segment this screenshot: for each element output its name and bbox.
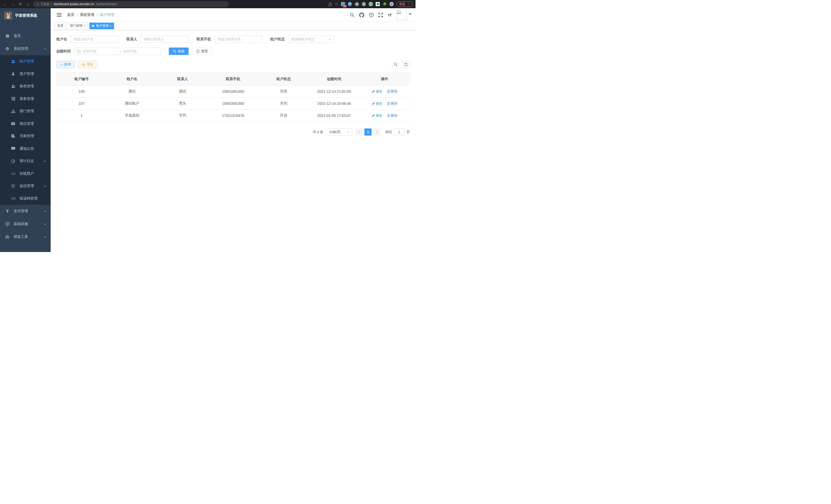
avatar-dropdown-caret-icon[interactable] (409, 13, 411, 15)
sidebar-item-tenant[interactable]: 租户管理 (0, 55, 51, 68)
browser-reload-icon[interactable]: ⟳ (18, 2, 23, 6)
date-end-placeholder[interactable]: 结束日期 (123, 49, 157, 54)
refresh-table-button[interactable] (402, 61, 410, 68)
sidebar-item-error-code[interactable]: 错误码管理 (0, 192, 51, 205)
app-title: 芋道管理系统 (15, 13, 37, 18)
extension-tabs-icon[interactable]: 10 (341, 2, 345, 6)
sidebar-item-home[interactable]: 首页 (0, 30, 51, 42)
sidebar-collapse-icon[interactable] (55, 13, 63, 17)
tenant-name-input[interactable] (74, 37, 115, 41)
breadcrumb-system[interactable]: 系统管理 (80, 12, 94, 17)
sidebar-item-label: 部门管理 (20, 109, 34, 114)
header-search-icon[interactable] (350, 13, 354, 17)
sidebar-item-label: 租户管理 (20, 59, 34, 64)
app-logo-row[interactable]: 🐰 芋道管理系统 (0, 8, 51, 23)
address-bar[interactable]: ⚠ 不安全 | dashboard.yudao.iocoder.cn/syste… (33, 1, 229, 7)
add-button[interactable]: + 新增 (56, 61, 75, 68)
extension-y-icon[interactable]: Y (369, 2, 373, 6)
sidebar-item-sms[interactable]: 短信管理 (0, 180, 51, 192)
toggle-search-button[interactable] (392, 61, 400, 68)
bookmark-star-icon[interactable]: ☆ (335, 2, 338, 6)
reset-button[interactable]: 重置 (192, 48, 212, 55)
edit-button[interactable]: 修改 (372, 101, 382, 106)
sidebar-item-role[interactable]: 角色管理 (0, 80, 51, 93)
next-page-button[interactable] (373, 128, 380, 136)
sidebar-item-menu[interactable]: 菜单管理 (0, 93, 51, 105)
date-start-placeholder[interactable]: 开始日期 (83, 49, 117, 54)
pencil-icon (372, 114, 375, 117)
extension-chat-icon[interactable] (376, 2, 380, 6)
tag-tenant[interactable]: 租户管理 × (89, 23, 114, 29)
breadcrumb: 首页 / 系统管理 / 租户管理 (67, 12, 114, 17)
page-size-select[interactable]: 10条/页 (326, 128, 352, 136)
sidebar-item-payment[interactable]: ¥ 支付管理 (0, 205, 51, 217)
goto-page-input[interactable] (394, 128, 405, 136)
gear-icon (5, 47, 9, 51)
edit-button[interactable]: 修改 (372, 89, 382, 94)
page-number-1[interactable]: 1 (364, 128, 372, 136)
code-icon (11, 197, 16, 200)
browser-forward-icon[interactable]: → (10, 2, 16, 6)
sidebar-item-infra[interactable]: 基础设施 (0, 217, 51, 230)
sidebar-item-user[interactable]: 用户管理 (0, 68, 51, 80)
sidebar-item-dev-tools[interactable]: 研发工具 (0, 230, 51, 243)
search-button[interactable]: 搜索 (169, 48, 189, 55)
delete-button[interactable]: 删除 (387, 89, 398, 94)
status-select[interactable]: 请选择租户状态 (288, 35, 334, 43)
help-icon[interactable]: ? (369, 12, 374, 17)
trash-icon (387, 90, 390, 93)
not-secure-label: 不安全 (41, 2, 49, 6)
browser-home-icon[interactable]: ⌂ (26, 2, 31, 6)
download-icon (82, 63, 85, 66)
sidebar-item-label: 角色管理 (20, 84, 34, 89)
github-icon[interactable] (359, 12, 364, 18)
extension-dot-icon[interactable] (362, 2, 366, 6)
browser-chrome: ← → ⟳ ⌂ ⚠ 不安全 | dashboard.yudao.iocoder.… (0, 0, 416, 8)
chevron-down-icon (347, 131, 349, 133)
sidebar-item-dict[interactable]: 字典管理 (0, 130, 51, 143)
share-icon[interactable] (328, 2, 332, 6)
prev-page-button[interactable] (355, 128, 363, 136)
sidebar-item-dept[interactable]: 部门管理 (0, 105, 51, 118)
extension-emoji-icon[interactable]: 😜 (390, 2, 394, 6)
contact-input[interactable] (144, 37, 185, 41)
sidebar-item-notice[interactable]: 通知公告 (0, 143, 51, 155)
extension-command-icon[interactable]: ⌘ (355, 2, 359, 6)
sidebar-item-audit-log[interactable]: 审计日志 (0, 155, 51, 168)
top-navbar: 首页 / 系统管理 / 租户管理 ? ᴛT (51, 8, 416, 22)
tag-home[interactable]: 首页 (55, 23, 66, 29)
sidebar-item-label: 字典管理 (20, 134, 34, 139)
online-signal-icon (11, 172, 16, 175)
create-time-range-picker[interactable]: 开始日期 - 结束日期 (74, 48, 161, 55)
close-icon[interactable]: × (110, 24, 111, 28)
sidebar-item-label: 用户管理 (20, 72, 34, 76)
browser-back-icon[interactable]: ← (3, 2, 8, 6)
fullscreen-icon[interactable] (378, 13, 383, 17)
extension-pin-icon[interactable] (348, 2, 352, 6)
pagination-total: 共 3 条 (313, 130, 323, 135)
user-avatar[interactable] (397, 10, 411, 20)
dashboard-icon (5, 34, 9, 38)
browser-menu-icon[interactable]: ⋮ (407, 2, 410, 6)
contact-label: 联系人 (126, 37, 137, 41)
sidebar-item-system[interactable]: 系统管理 (0, 42, 51, 55)
delete-button[interactable]: 删除 (387, 101, 398, 106)
export-button[interactable]: 导出 (78, 61, 97, 68)
sidebar: 🐰 芋道管理系统 首页 系统管理 (0, 8, 51, 252)
browser-update-button[interactable]: 更新 ⋮ (397, 2, 413, 7)
not-secure-warning-icon: ⚠ (36, 3, 39, 6)
edit-button[interactable]: 修改 (372, 113, 382, 118)
sidebar-item-label: 菜单管理 (20, 97, 34, 101)
extension-puzzle-icon[interactable]: 🧩 (382, 2, 387, 6)
delete-button[interactable]: 删除 (387, 113, 398, 118)
sidebar-item-online-users[interactable]: 在线用户 (0, 168, 51, 180)
font-size-icon[interactable]: ᴛT (388, 13, 392, 17)
breadcrumb-home[interactable]: 首页 (67, 12, 74, 17)
tag-dept[interactable]: 部门管理 × (67, 23, 88, 29)
create-time-label: 创建时间 (56, 49, 71, 54)
mobile-input[interactable] (218, 37, 259, 41)
sidebar-item-post[interactable]: 岗位管理 (0, 118, 51, 130)
tree-list-icon (11, 97, 16, 100)
shield-check-icon (11, 184, 16, 188)
close-icon[interactable]: × (84, 24, 85, 28)
